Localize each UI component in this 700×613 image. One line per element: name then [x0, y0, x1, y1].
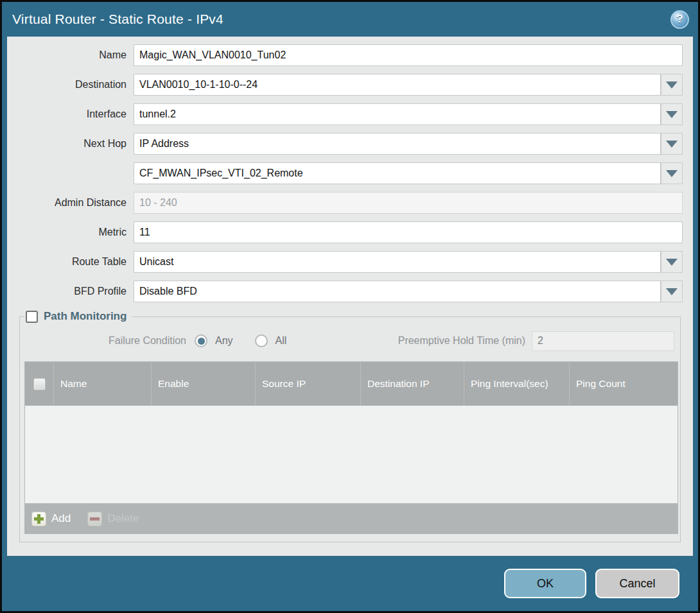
path-monitoring-title: Path Monitoring	[44, 310, 127, 323]
field-row-bfd-profile: BFD Profile	[7, 281, 683, 302]
field-row-next-hop: Next Hop	[7, 133, 683, 155]
destination-input[interactable]	[134, 74, 661, 96]
failure-condition-all-label: All	[276, 335, 287, 347]
name-label: Name	[7, 49, 134, 61]
destination-dropdown-button[interactable]	[661, 74, 683, 96]
route-table-dropdown-button[interactable]	[661, 251, 683, 273]
cancel-button[interactable]: Cancel	[595, 569, 679, 598]
delete-button[interactable]: Delete	[87, 512, 139, 526]
field-row-destination: Destination	[7, 74, 683, 96]
next-hop-type-input[interactable]	[134, 133, 661, 155]
next-hop-address-dropdown-button[interactable]	[661, 162, 683, 184]
radio-dot	[198, 338, 205, 345]
column-header-ping-interval[interactable]: Ping Interval(sec)	[464, 362, 569, 406]
failure-condition-any-radio[interactable]	[195, 334, 207, 347]
admin-distance-input[interactable]	[134, 192, 683, 214]
failure-condition-label: Failure Condition	[24, 335, 195, 347]
failure-condition-all-radio[interactable]	[255, 334, 268, 347]
failure-condition-any-label: Any	[215, 335, 233, 347]
metric-label: Metric	[7, 227, 134, 238]
delete-button-label: Delete	[107, 512, 139, 525]
next-hop-dropdown-button[interactable]	[661, 133, 683, 155]
help-icon[interactable]: ?	[670, 10, 689, 29]
titlebar: Virtual Router - Static Route - IPv4 ?	[2, 2, 698, 37]
path-monitoring-section: Path Monitoring Failure Condition Any Al…	[19, 310, 681, 542]
dialog-footer: OK Cancel	[2, 556, 698, 611]
preemptive-hold-time-label: Preemptive Hold Time (min)	[398, 335, 525, 347]
column-header-enable[interactable]: Enable	[151, 362, 255, 406]
field-row-next-hop-address	[7, 162, 683, 184]
next-hop-address-input[interactable]	[134, 162, 661, 184]
preemptive-hold-time-input[interactable]	[532, 331, 674, 351]
column-header-source-ip[interactable]: Source IP	[255, 362, 360, 406]
chevron-down-icon	[666, 288, 678, 295]
route-table-label: Route Table	[7, 256, 134, 268]
interface-label: Interface	[7, 108, 134, 120]
field-row-route-table: Route Table	[7, 251, 683, 273]
dialog-body: Name Destination Interface Next Hop	[7, 37, 693, 556]
path-monitoring-checkbox[interactable]	[26, 311, 38, 323]
column-header-destination-ip[interactable]: Destination IP	[360, 362, 464, 406]
add-button-label: Add	[51, 512, 71, 525]
column-header-ping-count[interactable]: Ping Count	[569, 362, 678, 406]
table-body-empty	[25, 406, 678, 503]
field-row-admin-distance: Admin Distance	[7, 192, 683, 214]
metric-input[interactable]	[134, 221, 683, 243]
preemptive-hold-time-group: Preemptive Hold Time (min)	[398, 331, 674, 351]
field-row-name: Name	[7, 44, 683, 66]
admin-distance-label: Admin Distance	[7, 197, 134, 209]
path-monitoring-legend: Path Monitoring	[24, 310, 132, 323]
table-toolbar: Add Delete	[25, 503, 678, 534]
bfd-profile-label: BFD Profile	[7, 286, 134, 297]
route-table-input[interactable]	[134, 251, 661, 273]
destination-label: Destination	[7, 79, 134, 91]
select-all-checkbox[interactable]	[33, 378, 46, 390]
dialog-title: Virtual Router - Static Route - IPv4	[12, 12, 223, 27]
chevron-down-icon	[666, 82, 678, 89]
name-input[interactable]	[134, 44, 683, 66]
bfd-profile-dropdown-button[interactable]	[661, 281, 683, 302]
chevron-down-icon	[666, 111, 678, 118]
add-button[interactable]: Add	[31, 512, 71, 526]
failure-condition-row: Failure Condition Any All Preemptive Hol…	[24, 331, 674, 351]
chevron-down-icon	[666, 170, 678, 177]
bfd-profile-input[interactable]	[134, 281, 661, 302]
interface-dropdown-button[interactable]	[661, 103, 683, 125]
radio-dot	[258, 338, 265, 345]
plus-icon	[31, 512, 46, 526]
next-hop-label: Next Hop	[7, 138, 134, 150]
static-route-dialog: Virtual Router - Static Route - IPv4 ? N…	[0, 0, 700, 613]
ok-button[interactable]: OK	[504, 569, 586, 598]
column-header-name[interactable]: Name	[53, 362, 151, 406]
interface-input[interactable]	[134, 103, 661, 125]
chevron-down-icon	[666, 259, 678, 266]
minus-icon	[87, 512, 102, 526]
path-monitoring-table: Name Enable Source IP Destination IP Pin…	[24, 361, 678, 534]
chevron-down-icon	[666, 141, 678, 148]
field-row-metric: Metric	[7, 221, 683, 243]
field-row-interface: Interface	[7, 103, 683, 125]
table-header-row: Name Enable Source IP Destination IP Pin…	[25, 362, 678, 406]
